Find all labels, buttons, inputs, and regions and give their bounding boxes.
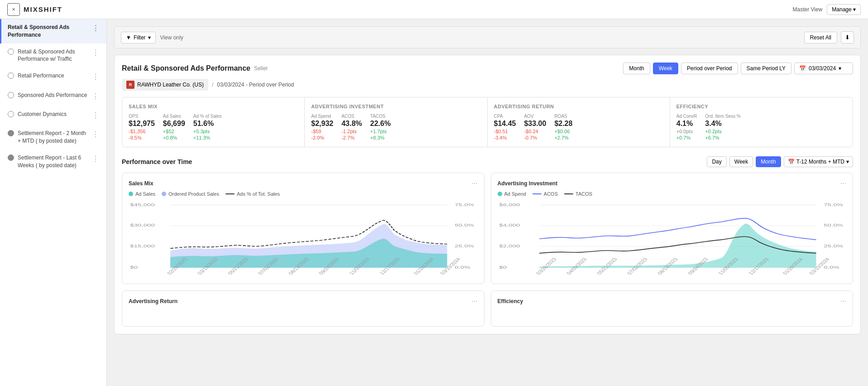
ad-convr-label: Ad ConvR [676, 114, 697, 119]
breadcrumb: R RAWHYD Leather Co. (US) / 03/03/2024 -… [122, 79, 853, 91]
y-right-75: 75.0% [455, 202, 474, 207]
same-period-ly-button[interactable]: Same Period LY [741, 63, 792, 74]
range-selector[interactable]: 📅 T-12 Months + MTD ▾ [784, 156, 853, 167]
y-right-0-2: 0.0% [824, 265, 839, 270]
sidebar-eye-icon [8, 92, 14, 98]
close-button[interactable]: × [7, 3, 20, 16]
filter-button[interactable]: ▼ Filter ▾ [121, 32, 156, 43]
legend-acos-line [532, 193, 542, 194]
chevron-down-icon: ▾ [846, 159, 849, 165]
day-button[interactable]: Day [707, 156, 726, 167]
ad-pct-metric: Ad % of Sales 51.6% +5.3pts +11.3% [193, 114, 222, 140]
legend-ads-pct-line [225, 193, 235, 194]
efficiency-title: Efficiency [676, 104, 846, 109]
sidebar-item-settlement-6weeks[interactable]: Settlement Report - Last 6 Weeks ( by po… [0, 150, 106, 174]
sidebar-item-label: Settlement Report - 2 Month + MTD ( by p… [18, 130, 89, 145]
ops-delta1: -$1,356 [129, 129, 155, 134]
sidebar-item-settlement-2month[interactable]: Settlement Report - 2 Month + MTD ( by p… [0, 125, 106, 150]
ad-investment-chart: Advertising Investment ··· Ad Spend ACOS [491, 173, 854, 284]
ad-spend-value: $2,932 [311, 120, 333, 128]
date-selector[interactable]: 📅 03/03/2024 ▾ [794, 63, 853, 74]
ops-value: $12,975 [129, 120, 155, 128]
aov-value: $33.00 [524, 120, 546, 128]
ad-convr-value: 4.1% [676, 120, 697, 128]
cpa-value: $14.45 [494, 120, 516, 128]
legend-ops-label: Ordered Product Sales [168, 191, 219, 197]
sidebar-item-menu-icon[interactable]: ⋮ [91, 92, 100, 101]
ad-investment-title: Advertising Investment [311, 104, 480, 109]
ad-pct-delta1: +5.3pts [193, 129, 222, 134]
y-right-0: 0.0% [455, 265, 470, 270]
acos-metric: ACOS 43.8% -1.2pts -2.7% [341, 114, 362, 140]
store-selector[interactable]: R RAWHYD Leather Co. (US) [122, 79, 208, 91]
sidebar-item-menu-icon[interactable]: ⋮ [91, 48, 100, 58]
legend-ad-spend-dot [498, 192, 502, 196]
roas-delta1: +$0.06 [554, 129, 572, 134]
tacos-metric: TACOS 22.6% +1.7pts +8.3% [370, 114, 391, 140]
cpa-metric: CPA $14.45 -$0.51 -3.4% [494, 114, 516, 140]
ad-spend-delta1: -$59 [311, 129, 333, 134]
ops-delta2: -9.5% [129, 135, 155, 140]
acos-line [539, 218, 816, 240]
sales-mix-section: Sales Mix OPS $12,975 -$1,356 -9.5% Ad S… [122, 97, 305, 147]
sidebar-item-menu-icon[interactable]: ⋮ [91, 130, 100, 140]
sidebar-item-retail-performance[interactable]: Retail Performance ⋮ [0, 68, 106, 87]
ad-pct-label: Ad % of Sales [193, 114, 222, 119]
aov-delta2: -0.7% [524, 135, 546, 140]
ad-return-title: Advertising Return [494, 104, 663, 109]
legend-ad-sales: Ad Sales [129, 191, 155, 197]
sidebar-item-label: Customer Dynamics [18, 111, 67, 118]
tacos-value: 22.6% [370, 120, 391, 128]
acos-delta1: -1.2pts [341, 129, 362, 134]
acos-delta2: -2.7% [341, 135, 362, 140]
legend-ad-spend: Ad Spend [498, 191, 526, 197]
efficiency-chart-header: Efficiency ··· [498, 297, 847, 305]
chart-menu-icon[interactable]: ··· [471, 179, 477, 188]
week-button[interactable]: Week [729, 156, 753, 167]
ad-sales-delta1: +$52 [163, 129, 185, 134]
store-name: RAWHYD Leather Co. (US) [137, 82, 204, 88]
ad-investment-legend: Ad Spend ACOS TACOS [498, 191, 847, 197]
sales-mix-chart-title: Sales Mix [129, 180, 153, 187]
sidebar-item-retail-sponsored[interactable]: Retail & Sponsored Ads Performance ⋮ [0, 19, 106, 43]
filter-label: Filter [134, 34, 146, 41]
sidebar-item-menu-icon[interactable]: ⋮ [91, 111, 100, 121]
efficiency-section: Efficiency Ad ConvR 4.1% +0.0pts +0.7% O… [670, 97, 853, 147]
month-button[interactable]: Month [623, 63, 650, 74]
legend-ad-sales-dot [129, 192, 133, 196]
legend-ops-dot [162, 192, 166, 196]
period-over-period-button[interactable]: Period over Period [681, 63, 738, 74]
tacos-delta1: +1.7pts [370, 129, 391, 134]
tacos-delta2: +8.3% [370, 135, 391, 140]
sidebar-item-retail-sponsored-traffic[interactable]: Retail & Sponsored Ads Performance w/ Tr… [0, 43, 106, 68]
tacos-label: TACOS [370, 114, 391, 119]
reset-all-button[interactable]: Reset All [804, 32, 837, 43]
dashboard-header: Retail & Sponsored Ads Performance Selle… [122, 63, 853, 74]
sidebar-item-menu-icon[interactable]: ⋮ [91, 154, 100, 164]
chart-menu-icon[interactable]: ··· [840, 179, 846, 188]
ord-item-sess-metric: Ord. Item Sess.% 3.4% +0.2pts +6.7% [705, 114, 740, 140]
ad-pct-delta2: +11.3% [193, 135, 222, 140]
roas-value: $2.28 [554, 120, 572, 128]
chart-menu-icon[interactable]: ··· [471, 297, 477, 305]
sidebar-item-label: Retail & Sponsored Ads Performance [8, 24, 89, 39]
legend-ops: Ordered Product Sales [162, 191, 219, 197]
cpa-delta2: -3.4% [494, 135, 516, 140]
sidebar-item-customer-dynamics[interactable]: Customer Dynamics ⋮ [0, 106, 106, 125]
aov-label: AOV [524, 114, 546, 119]
y-right-25-2: 25.0% [824, 244, 843, 249]
ad-spend-metric: Ad Spend $2,932 -$59 -2.0% [311, 114, 333, 140]
week-button[interactable]: Week [653, 63, 678, 74]
sidebar-item-sponsored-ads[interactable]: Sponsored Ads Performance ⋮ [0, 87, 106, 106]
date-value: 03/03/2024 [809, 65, 836, 72]
manage-button[interactable]: Manage ▾ [827, 4, 861, 15]
ord-item-sess-delta2: +6.7% [705, 135, 740, 140]
chart-menu-icon[interactable]: ··· [840, 297, 846, 305]
ad-convr-delta1: +0.0pts [676, 129, 697, 134]
ad-pct-value: 51.6% [193, 120, 222, 128]
month-button[interactable]: Month [756, 156, 781, 167]
sidebar-item-menu-icon[interactable]: ⋮ [91, 24, 100, 34]
download-button[interactable]: ⬇ [841, 31, 854, 43]
time-controls: Day Week Month 📅 T-12 Months + MTD ▾ [707, 156, 853, 167]
sidebar-item-menu-icon[interactable]: ⋮ [91, 72, 100, 82]
